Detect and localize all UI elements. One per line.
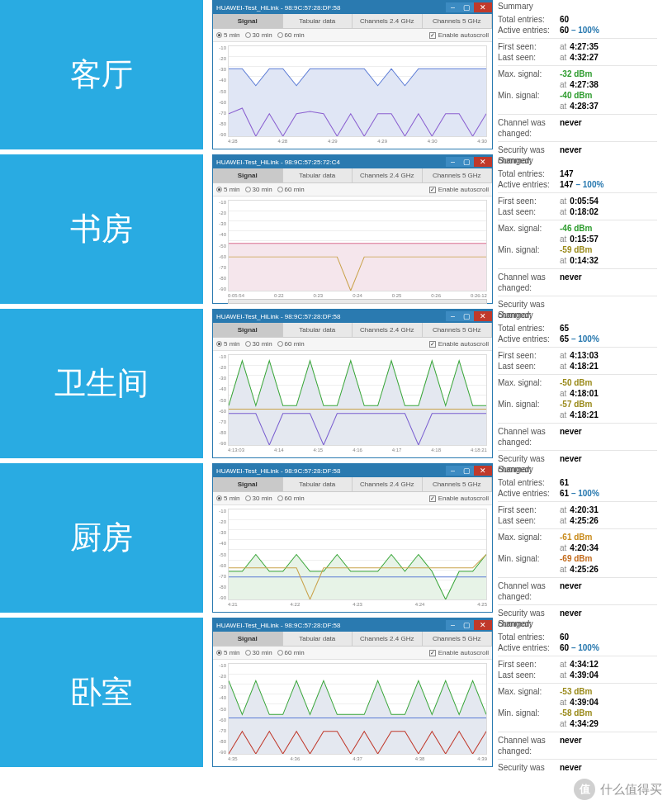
radio-icon	[277, 495, 283, 501]
chart-scrollbar[interactable]	[228, 299, 487, 304]
autoscroll-checkbox[interactable]: ✓Enable autoscroll	[429, 649, 489, 656]
tab-signal[interactable]: Signal	[213, 477, 283, 491]
minimize-button[interactable]: –	[446, 311, 460, 321]
radio-icon	[245, 32, 251, 38]
maximize-button[interactable]: ▢	[460, 2, 474, 12]
maximize-button[interactable]: ▢	[460, 466, 474, 476]
x-tick: 4:28	[228, 139, 238, 147]
titlebar[interactable]: HUAWEI-Test_HiLink - 98:9C:57:28:DF:58–▢…	[213, 618, 492, 632]
x-tick: 4:25	[477, 602, 487, 610]
tab-tabular-data[interactable]: Tabular data	[283, 14, 353, 28]
tab-channels-2-4-ghz[interactable]: Channels 2.4 GHz	[353, 168, 423, 182]
time-range-5min[interactable]: 5 min	[216, 186, 240, 193]
tab-channels-5-ghz[interactable]: Channels 5 GHz	[423, 168, 493, 182]
time-range-30min[interactable]: 30 min	[245, 649, 272, 656]
tab-signal[interactable]: Signal	[213, 323, 283, 337]
x-tick: 4:18	[431, 448, 441, 456]
max-signal-label: Max. signal:	[498, 686, 560, 697]
tab-channels-5-ghz[interactable]: Channels 5 GHz	[423, 632, 493, 646]
min-signal-time: at0:14:32	[560, 255, 657, 266]
max-signal-value: -53 dBm	[560, 686, 657, 697]
radio-icon	[277, 650, 283, 656]
y-tick: -10	[215, 45, 226, 50]
time-range-60min[interactable]: 60 min	[277, 31, 305, 39]
tab-tabular-data[interactable]: Tabular data	[283, 323, 353, 337]
close-button[interactable]: ✕	[474, 311, 492, 321]
tab-tabular-data[interactable]: Tabular data	[283, 477, 353, 491]
summary-title: Summary	[498, 156, 657, 165]
tab-channels-2-4-ghz[interactable]: Channels 2.4 GHz	[353, 323, 423, 337]
summary-entries: Total entries:65Active entries:65 – 100%	[498, 320, 657, 348]
tab-tabular-data[interactable]: Tabular data	[283, 168, 353, 182]
min-signal-time: at4:28:37	[560, 101, 657, 111]
summary-panel: SummaryTotal entries:61Active entries:61…	[493, 463, 662, 613]
tab-channels-2-4-ghz[interactable]: Channels 2.4 GHz	[353, 477, 423, 491]
minimize-button[interactable]: –	[446, 620, 460, 630]
titlebar[interactable]: HUAWEI-Test_HiLink - 98:9C:57:28:DF:58–▢…	[213, 1, 492, 14]
time-range-30min[interactable]: 30 min	[245, 31, 272, 39]
tab-channels-5-ghz[interactable]: Channels 5 GHz	[423, 477, 493, 491]
max-signal-value: -50 dBm	[560, 377, 657, 388]
radio-label: 60 min	[285, 186, 305, 193]
autoscroll-checkbox[interactable]: ✓Enable autoscroll	[429, 31, 489, 39]
tab-signal[interactable]: Signal	[213, 632, 283, 646]
titlebar[interactable]: HUAWEI-Test_HiLink - 98:9C:57:28:DF:58–▢…	[213, 464, 492, 477]
tab-tabular-data[interactable]: Tabular data	[283, 632, 353, 646]
autoscroll-checkbox[interactable]: ✓Enable autoscroll	[429, 495, 489, 502]
maximize-button[interactable]: ▢	[460, 157, 474, 167]
max-signal-time: at4:39:04	[560, 697, 657, 708]
radio-label: 5 min	[224, 649, 240, 656]
max-signal-time: at0:15:57	[560, 234, 657, 244]
active-entries-value: 147 – 100%	[560, 179, 657, 190]
radio-label: 5 min	[224, 31, 240, 39]
y-axis: -10-20-30-40-50-60-70-80-90	[215, 354, 226, 446]
autoscroll-checkbox[interactable]: ✓Enable autoscroll	[429, 340, 489, 348]
summary-seen: First seen:at0:05:54Last seen:at0:18:02	[498, 193, 657, 220]
time-range-30min[interactable]: 30 min	[245, 186, 272, 193]
y-tick: -30	[215, 221, 226, 226]
active-entries-label: Active entries:	[498, 642, 560, 653]
tab-signal[interactable]: Signal	[213, 14, 283, 28]
minimize-button[interactable]: –	[446, 157, 460, 167]
time-range-5min[interactable]: 5 min	[216, 31, 240, 39]
close-button[interactable]: ✕	[474, 466, 492, 476]
time-range-60min[interactable]: 60 min	[277, 186, 305, 193]
time-range-5min[interactable]: 5 min	[216, 495, 240, 502]
time-range-60min[interactable]: 60 min	[277, 340, 305, 348]
minimize-button[interactable]: –	[446, 2, 460, 12]
tab-signal[interactable]: Signal	[213, 168, 283, 182]
tab-channels-5-ghz[interactable]: Channels 5 GHz	[423, 323, 493, 337]
close-button[interactable]: ✕	[474, 620, 492, 630]
close-button[interactable]: ✕	[474, 2, 492, 12]
time-range-30min[interactable]: 30 min	[245, 495, 272, 502]
time-range-60min[interactable]: 60 min	[277, 649, 305, 656]
x-tick: 4:16	[353, 448, 362, 456]
time-range-60min[interactable]: 60 min	[277, 495, 305, 502]
autoscroll-checkbox[interactable]: ✓Enable autoscroll	[429, 186, 489, 193]
titlebar[interactable]: HUAWEI-Test_HiLink - 98:9C:57:28:DF:58–▢…	[213, 310, 492, 323]
y-tick: -90	[215, 595, 226, 600]
chart-toolbar: 5 min30 min60 min✓Enable autoscroll	[213, 29, 492, 42]
time-range-5min[interactable]: 5 min	[216, 340, 240, 348]
time-range-5min[interactable]: 5 min	[216, 649, 240, 656]
last-seen-label: Last seen:	[498, 206, 560, 217]
tab-channels-2-4-ghz[interactable]: Channels 2.4 GHz	[353, 14, 423, 28]
titlebar[interactable]: HUAWEI-Test_HiLink - 98:9C:57:25:72:C4–▢…	[213, 155, 492, 168]
max-signal-time: at4:18:01	[560, 388, 657, 399]
summary-panel: SummaryTotal entries:147Active entries:1…	[493, 154, 662, 304]
time-range-30min[interactable]: 30 min	[245, 340, 272, 348]
tab-channels-2-4-ghz[interactable]: Channels 2.4 GHz	[353, 632, 423, 646]
tab-channels-5-ghz[interactable]: Channels 5 GHz	[423, 14, 493, 28]
summary-entries: Total entries:60Active entries:60 – 100%	[498, 12, 657, 39]
minimize-button[interactable]: –	[446, 466, 460, 476]
min-signal-label: Min. signal:	[498, 90, 560, 101]
maximize-button[interactable]: ▢	[460, 620, 474, 630]
security-changed-value: never	[560, 762, 657, 772]
maximize-button[interactable]: ▢	[460, 311, 474, 321]
close-button[interactable]: ✕	[474, 157, 492, 167]
min-signal-value: -40 dBm	[560, 90, 657, 101]
summary-seen: First seen:at4:27:35Last seen:at4:32:27	[498, 39, 657, 66]
first-seen-value: at4:20:31	[560, 504, 657, 515]
min-signal-value: -57 dBm	[560, 399, 657, 410]
channel-changed-value: never	[560, 117, 657, 139]
